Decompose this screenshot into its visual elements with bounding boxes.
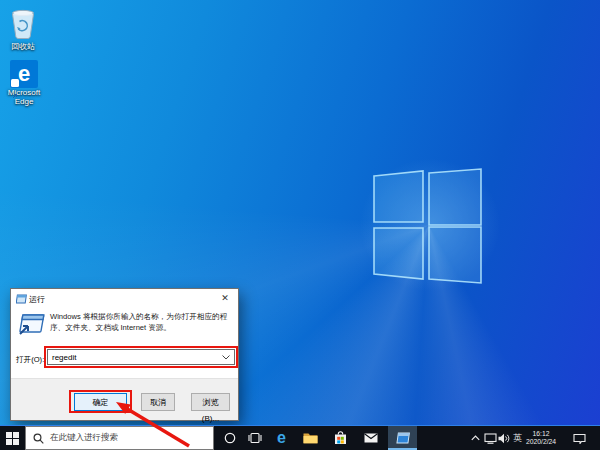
run-dialog-description: Windows 将根据你所输入的名称，为你打开相应的程序、文件夹、文档或 Int…: [50, 311, 234, 333]
edge-glyph: e: [18, 61, 30, 86]
recycle-bin-icon: [8, 8, 38, 40]
network-icon[interactable]: [483, 426, 498, 450]
ime-indicator[interactable]: 英: [511, 426, 524, 450]
search-placeholder: 在此键入进行搜索: [50, 432, 118, 444]
taskbar: 在此键入进行搜索 e: [0, 425, 600, 450]
start-button[interactable]: [0, 426, 25, 450]
store-button[interactable]: [328, 426, 353, 450]
action-center-button[interactable]: [566, 426, 592, 450]
ok-button[interactable]: 确定: [74, 393, 127, 411]
mail-icon: [364, 433, 378, 443]
open-combobox-value: regedit: [52, 353, 76, 362]
tray-time: 16:12: [532, 430, 549, 439]
mail-button[interactable]: [358, 426, 383, 450]
run-window-icon: [16, 294, 27, 304]
desktop-icon-label: 回收站: [11, 42, 35, 51]
edge-icon: e: [277, 429, 286, 447]
task-view-icon: [248, 432, 262, 444]
open-field-label: 打开(O):: [16, 355, 44, 365]
search-icon: [33, 433, 44, 444]
close-icon[interactable]: ✕: [212, 289, 238, 308]
tray-expand-icon[interactable]: [468, 426, 482, 450]
desktop-icon-microsoft-edge[interactable]: e Microsoft Edge: [0, 60, 50, 106]
store-icon: [334, 431, 347, 445]
shortcut-overlay-icon: [11, 79, 19, 87]
tray-clock[interactable]: 16:12 2020/2/24: [524, 426, 558, 450]
cortana-button[interactable]: [218, 426, 241, 450]
volume-icon[interactable]: [497, 426, 511, 450]
run-dialog-titlebar[interactable]: 运行 ✕: [11, 289, 238, 308]
action-center-icon: [573, 433, 586, 444]
run-window-icon: [18, 314, 45, 335]
desktop-icon-recycle-bin[interactable]: 回收站: [0, 8, 49, 51]
combo-dropdown-icon[interactable]: [219, 351, 233, 363]
file-explorer-button[interactable]: [298, 426, 323, 450]
tray-date: 2020/2/24: [526, 438, 556, 447]
edge-taskbar-button[interactable]: e: [269, 426, 294, 450]
task-view-button[interactable]: [243, 426, 266, 450]
run-taskbar-button-active[interactable]: [388, 426, 417, 450]
browse-button[interactable]: 浏览(B)...: [191, 393, 230, 411]
ime-label: 英: [513, 432, 522, 445]
run-dialog: 运行 ✕ Windows 将根据你所输入的名称，为你打开相应的程序、文件夹、文档…: [10, 288, 239, 421]
edge-logo-icon: e: [10, 60, 38, 88]
run-task-icon: [396, 432, 410, 444]
windows-logo: [371, 168, 484, 284]
file-explorer-icon: [303, 432, 318, 444]
run-dialog-title: 运行: [29, 294, 45, 305]
start-icon: [6, 432, 19, 445]
search-input[interactable]: 在此键入进行搜索: [25, 426, 214, 450]
cancel-button[interactable]: 取消: [141, 393, 175, 411]
cortana-icon: [224, 432, 236, 444]
open-combobox[interactable]: regedit: [47, 349, 235, 365]
desktop: 回收站 e Microsoft Edge 运行 ✕ Windows 将根据你所输…: [0, 0, 600, 450]
